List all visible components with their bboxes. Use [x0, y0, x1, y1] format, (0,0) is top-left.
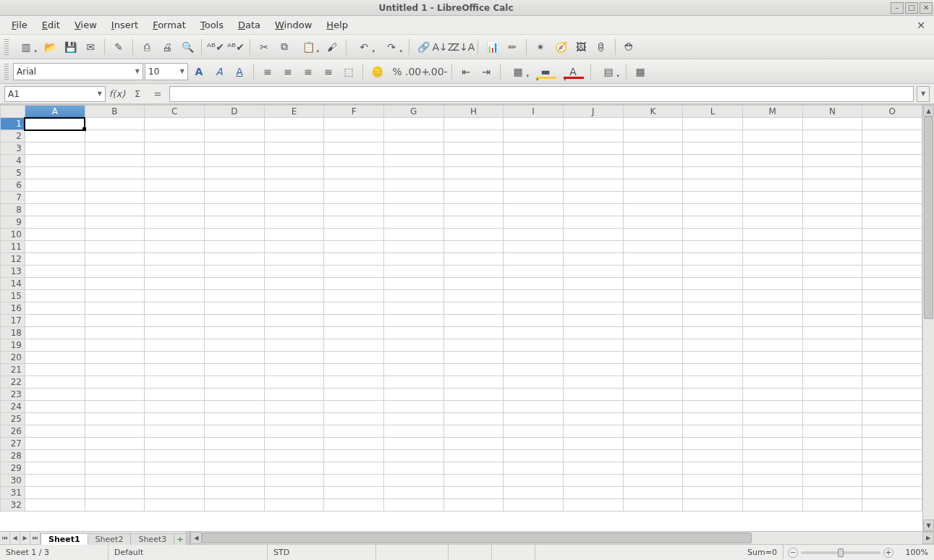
cell-G31[interactable]	[383, 487, 443, 499]
cell-M23[interactable]	[742, 389, 802, 401]
cell-N21[interactable]	[802, 364, 862, 376]
cell-D17[interactable]	[204, 315, 264, 327]
cell-L22[interactable]	[683, 376, 743, 389]
cell-O5[interactable]	[862, 167, 922, 179]
cell-L24[interactable]	[683, 401, 743, 413]
cell-K4[interactable]	[623, 155, 683, 167]
column-header-J[interactable]: J	[563, 106, 623, 118]
cell-E16[interactable]	[264, 302, 324, 315]
cell-D9[interactable]	[204, 216, 264, 229]
cell-A11[interactable]	[25, 241, 85, 253]
tab-prev-button[interactable]: ◀	[10, 532, 20, 544]
cut-button[interactable]: ✂	[255, 38, 273, 56]
cell-N7[interactable]	[802, 192, 862, 204]
cell-C2[interactable]	[145, 130, 205, 143]
cell-D7[interactable]	[204, 192, 264, 204]
cell-B12[interactable]	[85, 253, 145, 266]
status-insert-mode[interactable]: STD	[268, 545, 376, 560]
cell-L7[interactable]	[683, 192, 743, 204]
cell-F15[interactable]	[324, 290, 384, 302]
sort-desc-button[interactable]: Z↓A	[454, 38, 473, 56]
cell-F5[interactable]	[324, 167, 384, 179]
cell-B26[interactable]	[85, 425, 145, 438]
function-equals-button[interactable]: =	[149, 86, 166, 102]
cell-A22[interactable]	[25, 376, 85, 389]
column-header-N[interactable]: N	[802, 106, 862, 118]
cell-K23[interactable]	[623, 389, 683, 401]
cell-L17[interactable]	[683, 315, 743, 327]
cell-A13[interactable]	[25, 266, 85, 278]
row-header-29[interactable]: 29	[1, 462, 25, 475]
cell-D32[interactable]	[204, 499, 264, 512]
cell-L20[interactable]	[683, 352, 743, 364]
cell-C17[interactable]	[145, 315, 205, 327]
cell-G27[interactable]	[383, 438, 443, 450]
cell-K30[interactable]	[623, 475, 683, 487]
cell-I24[interactable]	[504, 401, 564, 413]
cell-F1[interactable]	[324, 118, 384, 130]
cell-C3[interactable]	[145, 143, 205, 155]
menu-tools[interactable]: Tools	[195, 17, 229, 33]
cell-K5[interactable]	[623, 167, 683, 179]
cell-J9[interactable]	[563, 216, 623, 229]
scroll-left-button[interactable]: ◀	[190, 532, 202, 544]
cell-A16[interactable]	[25, 302, 85, 315]
cell-K8[interactable]	[623, 204, 683, 216]
cell-L21[interactable]	[683, 364, 743, 376]
merge-cells-button[interactable]: ⬚	[339, 62, 358, 81]
cell-N9[interactable]	[802, 216, 862, 229]
cell-N22[interactable]	[802, 376, 862, 389]
cell-C18[interactable]	[145, 327, 205, 339]
copy-button[interactable]: ⧉	[275, 38, 294, 56]
cell-G29[interactable]	[383, 462, 443, 475]
cell-M13[interactable]	[742, 266, 802, 278]
column-header-E[interactable]: E	[264, 106, 324, 118]
cell-F3[interactable]	[324, 143, 384, 155]
menu-view[interactable]: View	[69, 17, 103, 33]
cell-A29[interactable]	[25, 462, 85, 475]
cell-H7[interactable]	[443, 192, 504, 204]
cell-M5[interactable]	[742, 167, 802, 179]
cell-C25[interactable]	[145, 413, 205, 425]
cell-O26[interactable]	[862, 425, 922, 438]
cell-K18[interactable]	[623, 327, 683, 339]
cell-K3[interactable]	[623, 143, 683, 155]
auto-spellcheck-button[interactable]: ᴬᴮ✔	[226, 38, 245, 56]
cell-D18[interactable]	[204, 327, 264, 339]
cell-G25[interactable]	[383, 413, 443, 425]
tab-last-button[interactable]: ⏭	[30, 532, 41, 544]
close-document-button[interactable]: ✕	[914, 18, 928, 33]
cell-O29[interactable]	[862, 462, 922, 475]
row-header-30[interactable]: 30	[1, 475, 25, 487]
cell-D10[interactable]	[204, 229, 264, 241]
cell-E18[interactable]	[264, 327, 324, 339]
align-center-button[interactable]: ≡	[279, 62, 297, 81]
cell-B19[interactable]	[85, 339, 145, 352]
cell-G16[interactable]	[383, 302, 443, 315]
font-size-combo[interactable]: 10 ▼	[145, 63, 188, 80]
cell-A21[interactable]	[25, 364, 85, 376]
cell-O18[interactable]	[862, 327, 922, 339]
cell-G13[interactable]	[383, 266, 443, 278]
cell-M25[interactable]	[742, 413, 802, 425]
cell-K1[interactable]	[623, 118, 683, 130]
cell-J25[interactable]	[563, 413, 623, 425]
cell-D11[interactable]	[204, 241, 264, 253]
cell-G20[interactable]	[383, 352, 443, 364]
cell-C19[interactable]	[145, 339, 205, 352]
cell-J7[interactable]	[563, 192, 623, 204]
cell-A20[interactable]	[25, 352, 85, 364]
cell-E7[interactable]	[264, 192, 324, 204]
cell-F14[interactable]	[324, 278, 384, 290]
window-close-button[interactable]: ✕	[920, 2, 933, 14]
tab-first-button[interactable]: ⏮	[0, 532, 10, 544]
cell-I14[interactable]	[504, 278, 564, 290]
cell-J13[interactable]	[563, 266, 623, 278]
cell-L31[interactable]	[683, 487, 743, 499]
cell-H30[interactable]	[443, 475, 504, 487]
cell-G18[interactable]	[383, 327, 443, 339]
cell-D21[interactable]	[204, 364, 264, 376]
cell-J32[interactable]	[563, 499, 623, 512]
grid-button[interactable]: ▦	[631, 62, 650, 81]
cell-G7[interactable]	[383, 192, 443, 204]
